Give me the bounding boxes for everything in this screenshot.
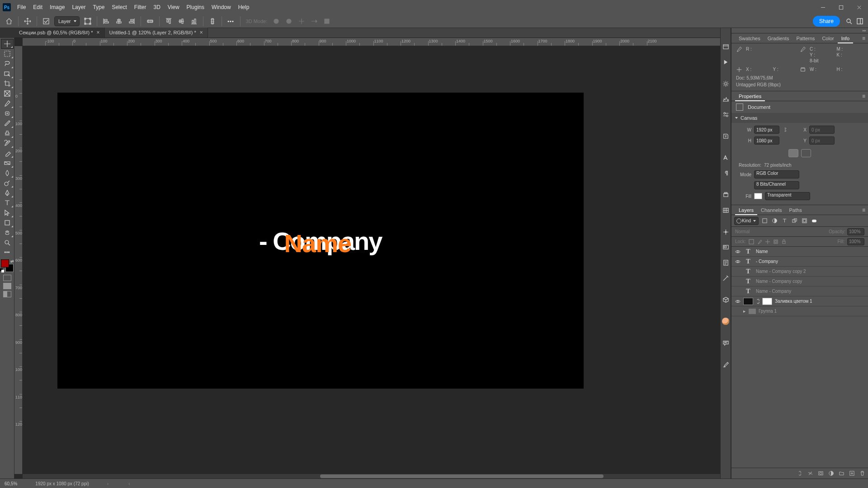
eraser-tool[interactable]: [1, 148, 14, 158]
history-brush-tool[interactable]: [1, 138, 14, 148]
type-tool[interactable]: [1, 198, 14, 208]
cc-libraries-icon[interactable]: [721, 188, 731, 202]
move-tool-icon[interactable]: [22, 16, 33, 27]
tab-info[interactable]: Info: [838, 33, 853, 43]
align-vcenter-button[interactable]: [176, 16, 187, 27]
visibility-toggle[interactable]: [734, 248, 741, 255]
default-colors-icon[interactable]: [0, 268, 5, 273]
path-select-tool[interactable]: [1, 208, 14, 218]
tab-color[interactable]: Color: [818, 33, 837, 43]
distribute-vertical-button[interactable]: [207, 16, 218, 27]
lock-artboard-icon[interactable]: [773, 239, 778, 244]
panel-menu-icon[interactable]: ≡: [862, 93, 865, 99]
color-swatches[interactable]: ⇄: [1, 259, 14, 272]
healing-tool[interactable]: [1, 108, 14, 118]
tab-gradients[interactable]: Gradients: [764, 33, 793, 43]
layer-row[interactable]: T Name: [731, 247, 868, 257]
visibility-toggle[interactable]: [734, 258, 741, 265]
align-left-button[interactable]: [101, 16, 112, 27]
align-more-button[interactable]: •••: [226, 16, 236, 27]
canvas-width-input[interactable]: [754, 126, 779, 134]
align-panel-icon[interactable]: [721, 225, 731, 239]
link-dimensions-icon[interactable]: [782, 126, 788, 134]
layer-style-icon[interactable]: [807, 470, 813, 476]
eyedropper-tool[interactable]: [1, 99, 14, 108]
lock-transparency-icon[interactable]: [749, 239, 754, 244]
auto-select-toggle[interactable]: [41, 16, 52, 27]
window-maximize-button[interactable]: [832, 0, 850, 14]
character-panel-icon[interactable]: [721, 151, 731, 164]
layer-name[interactable]: Заливка цветом 1: [775, 299, 812, 304]
avatar-icon[interactable]: [721, 314, 731, 328]
menu-view[interactable]: View: [164, 0, 183, 14]
menu-edit[interactable]: Edit: [29, 0, 46, 14]
fill-swatch[interactable]: [754, 193, 762, 199]
filter-pixel-icon[interactable]: [760, 217, 769, 225]
filter-shape-icon[interactable]: [790, 217, 798, 225]
pen-tool[interactable]: [1, 188, 14, 198]
menu-file[interactable]: File: [14, 0, 29, 14]
blend-mode-dropdown[interactable]: Normal: [735, 229, 750, 234]
visibility-toggle[interactable]: [734, 298, 741, 305]
object-selection-tool[interactable]: [1, 69, 14, 79]
blur-tool[interactable]: [1, 168, 14, 178]
comments-panel-icon[interactable]: [721, 336, 731, 350]
visibility-toggle[interactable]: [734, 308, 741, 315]
color-mode-dropdown[interactable]: RGB Color: [754, 170, 799, 178]
brush-tool[interactable]: [1, 118, 14, 128]
tab-close-icon[interactable]: ×: [200, 29, 203, 36]
zoom-tool[interactable]: [1, 238, 14, 248]
horizontal-ruler[interactable]: -100010020030040050060070080090010001100…: [23, 38, 731, 46]
screen-mode-menu[interactable]: [3, 291, 11, 297]
menu-help[interactable]: Help: [235, 0, 253, 14]
document-tab[interactable]: Секции.psb @ 60,5% (RGB/8#) * ×: [14, 28, 105, 38]
share-button[interactable]: Share: [813, 16, 840, 27]
3d-panel-icon[interactable]: [721, 293, 731, 306]
layer-name[interactable]: Name - Company: [756, 289, 791, 294]
layer-filter-kind[interactable]: Kind: [734, 217, 759, 225]
adjustments-panel-icon[interactable]: [721, 108, 731, 121]
menu-plugins[interactable]: Plugins: [183, 0, 208, 14]
fontkit-panel-icon[interactable]: [721, 129, 731, 143]
document-canvas[interactable]: - Company Name: [58, 93, 583, 388]
window-minimize-button[interactable]: [814, 0, 832, 14]
opacity-input[interactable]: [847, 228, 864, 235]
fill-input[interactable]: [847, 238, 864, 245]
stamp-tool[interactable]: [1, 128, 14, 138]
vertical-ruler[interactable]: 0100200300400500600700800900100011001200: [14, 46, 23, 474]
dodge-tool[interactable]: [1, 178, 14, 188]
menu-select[interactable]: Select: [108, 0, 130, 14]
canvas-y-input[interactable]: [809, 136, 835, 145]
visibility-toggle[interactable]: [734, 288, 741, 295]
delete-layer-icon[interactable]: [859, 470, 865, 476]
new-group-icon[interactable]: [839, 470, 844, 476]
shape-tool[interactable]: [1, 218, 14, 228]
panel-menu-icon[interactable]: ≡: [862, 207, 865, 213]
layer-row[interactable]: T - Company: [731, 257, 868, 267]
menu-filter[interactable]: Filter: [131, 0, 150, 14]
lock-position-icon[interactable]: [765, 239, 770, 244]
foreground-color[interactable]: [1, 259, 9, 267]
layer-name[interactable]: Группа 1: [759, 309, 777, 314]
orientation-landscape-button[interactable]: [801, 149, 811, 157]
layer-row[interactable]: T Name - Company: [731, 286, 868, 296]
canvas-text-name[interactable]: Name: [284, 228, 352, 258]
link-layers-icon[interactable]: [797, 470, 803, 476]
layer-mask-icon[interactable]: [818, 470, 824, 476]
panel-collapse-button[interactable]: ▸▸: [731, 28, 868, 33]
search-icon[interactable]: [844, 16, 854, 27]
new-layer-icon[interactable]: [849, 470, 855, 476]
edit-toolbar-button[interactable]: •••: [1, 248, 14, 258]
new-adjustment-icon[interactable]: [828, 470, 834, 476]
navigator-panel-icon[interactable]: [721, 240, 731, 254]
layer-row[interactable]: ▸ Группа 1: [731, 306, 868, 316]
zoom-level[interactable]: 60,5%: [5, 481, 17, 486]
notes-panel-icon[interactable]: [721, 256, 731, 269]
visibility-toggle[interactable]: [734, 268, 741, 275]
align-top-button[interactable]: [163, 16, 174, 27]
tab-layers[interactable]: Layers: [735, 205, 757, 215]
canvas-height-input[interactable]: [754, 136, 779, 145]
filter-adjust-icon[interactable]: [770, 217, 778, 225]
frame-tool[interactable]: [1, 89, 14, 99]
align-right-button[interactable]: [126, 16, 137, 27]
